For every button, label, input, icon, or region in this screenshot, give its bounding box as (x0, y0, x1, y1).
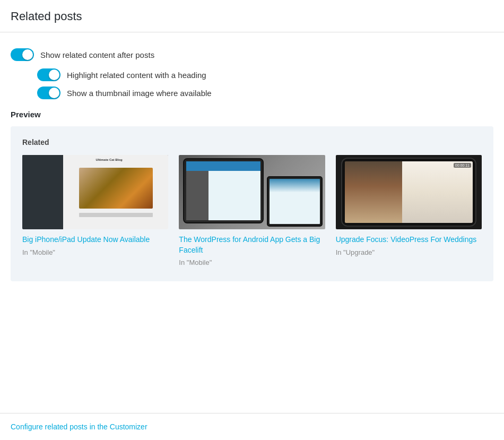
thumb-2-phone-large (183, 158, 263, 223)
preview-heading: Preview (11, 110, 493, 119)
thumb-2-screen-bar (186, 161, 260, 171)
page-title: Related posts (11, 10, 493, 23)
thumb-3-dress (402, 161, 473, 223)
toggle-heading-row: Highlight related content with a heading (37, 68, 493, 81)
thumb-3-person (345, 161, 403, 223)
page-header: Related posts (0, 0, 504, 32)
toggle-heading-label: Highlight related content with a heading (67, 71, 206, 80)
toggle-thumbnail-switch[interactable] (37, 87, 60, 99)
footer-area: Configure related posts in the Customize… (0, 413, 504, 440)
thumb-2-screen-main (208, 171, 260, 220)
toggle-main-label: Show related content after posts (40, 50, 154, 59)
toggle-thumbnail-thumb (49, 88, 59, 98)
post-category-3: In "Upgrade" (336, 248, 482, 256)
thumb-1-text (79, 213, 153, 217)
thumb-2-phone-small-screen (270, 179, 320, 224)
content-area: Show related content after posts Highlig… (0, 32, 504, 413)
post-card-2: The WordPress for Android App Gets a Big… (179, 155, 325, 266)
thumb-3-screen (345, 161, 473, 223)
posts-grid: Ultimate Cat Blog Big iPhone/iPad Update… (22, 155, 482, 266)
thumb-1-cat-image (79, 168, 153, 209)
thumb-1-sidebar (22, 155, 63, 229)
preview-box: Related Ultimate Cat Blog (11, 126, 493, 281)
page-container: Related posts Show related content after… (0, 0, 504, 440)
post-title-link-3[interactable]: Upgrade Focus: VideoPress For Weddings (336, 235, 482, 245)
post-card-1: Ultimate Cat Blog Big iPhone/iPad Update… (22, 155, 168, 266)
thumb-3-timer: 00:00:11 (454, 163, 471, 168)
post-category-2: In "Mobile" (179, 258, 325, 266)
post-card-3: 00:00:11 Upgrade Focus: VideoPress For W… (336, 155, 482, 266)
toggle-heading-switch[interactable] (37, 68, 60, 81)
post-title-link-2[interactable]: The WordPress for Android App Gets a Big… (179, 235, 325, 255)
toggle-main-row: Show related content after posts (11, 48, 493, 61)
thumb-3-phone: 00:00:11 (341, 158, 476, 227)
post-title-link-1[interactable]: Big iPhone/iPad Update Now Available (22, 235, 168, 245)
thumb-2-screen-sidebar (186, 171, 208, 220)
related-label: Related (22, 138, 482, 146)
toggle-thumbnail-label: Show a thumbnail image where available (67, 89, 212, 98)
configure-link[interactable]: Configure related posts in the Customize… (11, 422, 147, 431)
toggle-heading-thumb (49, 70, 59, 80)
thumb-1-content: Ultimate Cat Blog (63, 155, 168, 229)
post-thumbnail-2 (179, 155, 325, 229)
post-thumbnail-3: 00:00:11 (336, 155, 482, 229)
toggle-thumbnail-row: Show a thumbnail image where available (37, 87, 493, 99)
thumb-2-phone-small (267, 176, 323, 227)
post-thumbnail-1: Ultimate Cat Blog (22, 155, 168, 229)
toggle-main-thumb (22, 49, 33, 60)
post-category-1: In "Mobile" (22, 248, 168, 256)
thumb-2-screen-body (186, 171, 260, 220)
thumb-2-phone-screen (186, 161, 260, 220)
toggle-main-switch[interactable] (11, 48, 34, 61)
